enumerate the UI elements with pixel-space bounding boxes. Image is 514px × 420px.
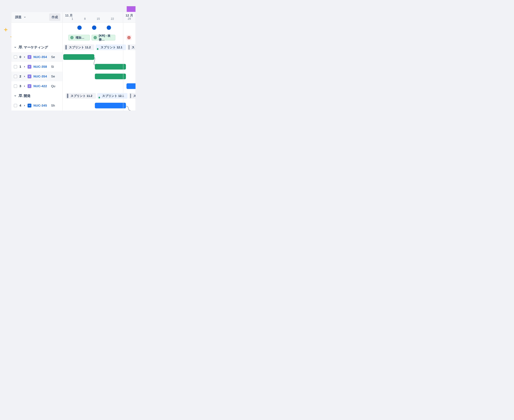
timeline-area[interactable]: 増加… [KR] - 改善… (63, 22, 136, 111)
sprint-indicator (128, 45, 129, 50)
milestone-dot[interactable] (107, 25, 111, 30)
goal-pill[interactable]: [KR] - 改善… (91, 35, 115, 40)
issue-key[interactable]: NUC-358 (33, 65, 47, 68)
issue-summary: Si (51, 65, 54, 68)
sprint-indicator (65, 45, 67, 50)
sprint-label: スプリント 11.2 (71, 94, 92, 98)
checkbox[interactable] (14, 75, 17, 78)
issue-row[interactable]: 1 NUC-358 Si (11, 62, 62, 72)
issue-summary: Se (51, 75, 55, 78)
issue-row[interactable]: 0 NUC-354 Se (11, 52, 62, 62)
goal-pill[interactable] (127, 35, 133, 40)
sprint-label: スプリント 12.1 (102, 94, 124, 98)
sprint-row: スプリント 11.2 スプリント 12.1 ス (63, 42, 136, 52)
group-header-marketing[interactable]: マーケティング (11, 42, 62, 52)
svg-point-6 (72, 37, 72, 38)
sprint-pill[interactable]: スプリント 12.1 (97, 93, 128, 99)
day-label: 8 (84, 17, 86, 20)
goal-pill[interactable]: 増加… (68, 35, 90, 40)
team-icon (18, 45, 23, 50)
issue-key[interactable]: NUC-354 (33, 75, 47, 78)
checkbox[interactable] (14, 65, 17, 68)
milestone-dot[interactable] (77, 25, 82, 30)
issue-summary: Se (51, 55, 55, 59)
goals-row: 増加… [KR] - 改善… (63, 33, 136, 42)
epic-icon (28, 55, 31, 59)
row-index: 0 (19, 55, 22, 59)
issue-key[interactable]: NUC-354 (33, 55, 47, 59)
group-header-dev[interactable]: 開発 (11, 91, 62, 101)
sprint-indicator (97, 45, 98, 50)
checkbox[interactable] (14, 84, 17, 88)
month-label: 12 月 (126, 13, 133, 18)
chevron-down-icon (13, 95, 17, 97)
sprint-pill[interactable]: スプリント 11.2 (64, 45, 94, 50)
issue-key[interactable]: NUC-345 (33, 104, 47, 107)
sprint-pill[interactable]: ス (129, 93, 136, 99)
issue-row[interactable]: 3 NUC-422 Qu (11, 81, 62, 91)
target-icon (127, 35, 131, 40)
day-label: 15 (97, 17, 100, 20)
sprint-row: スプリント 11.2 スプリント 12.1 ス (63, 91, 136, 101)
target-icon (93, 35, 98, 40)
checkbox[interactable] (14, 55, 17, 59)
milestone-dot[interactable] (92, 25, 96, 30)
svg-point-12 (129, 37, 129, 38)
sprint-pill[interactable]: ス (127, 45, 136, 50)
view-dropdown-label: 課題 (15, 15, 22, 19)
issue-row[interactable]: 4 NUC-345 Sh (11, 101, 62, 110)
checkbox[interactable] (14, 104, 17, 107)
sprint-indicator (67, 94, 68, 98)
svg-point-3 (21, 94, 22, 95)
epic-icon (28, 75, 31, 78)
milestone-row (63, 22, 136, 33)
row-index: 4 (19, 104, 22, 107)
epic-icon (28, 84, 31, 88)
chevron-down-icon (13, 46, 17, 49)
sprint-label: ス (132, 45, 135, 49)
svg-point-1 (21, 46, 22, 47)
chevron-right-icon[interactable] (23, 75, 25, 77)
month-block-dec: 12 月 29 (123, 12, 136, 22)
sprint-label: ス (133, 94, 136, 98)
panel-header: 課題 作成 11 月 1 8 15 22 (11, 12, 136, 22)
issue-summary: Qu (51, 84, 55, 88)
timeline-bar[interactable] (95, 74, 126, 79)
chevron-right-icon[interactable] (23, 105, 25, 106)
group-title: 開発 (24, 94, 30, 98)
month-block-nov: 11 月 1 8 15 22 (63, 12, 123, 22)
chevron-right-icon[interactable] (23, 85, 25, 87)
view-dropdown[interactable]: 課題 (13, 14, 28, 21)
day-label: 22 (111, 17, 114, 20)
issue-row[interactable]: 2 NUC-354 Se (11, 72, 62, 81)
svg-point-2 (19, 94, 20, 95)
team-icon (18, 93, 23, 98)
issue-summary: Sh (51, 104, 55, 107)
banner-accent (127, 6, 136, 12)
issue-key[interactable]: NUC-422 (33, 84, 47, 88)
month-divider (123, 22, 123, 111)
sprint-pill[interactable]: スプリント 11.2 (66, 93, 96, 99)
sprint-pill[interactable]: スプリント 12.1 (96, 45, 126, 50)
row-index: 2 (19, 75, 22, 78)
sprint-label: スプリント 11.2 (69, 45, 91, 49)
timeline-bar[interactable] (63, 54, 94, 60)
month-label: 11 月 (65, 13, 73, 18)
create-button[interactable]: 作成 (49, 14, 60, 21)
sprint-indicator (130, 94, 131, 98)
day-label: 29 (128, 17, 131, 20)
chevron-right-icon[interactable] (23, 56, 25, 58)
header-left: 課題 作成 (11, 12, 63, 22)
sprint-label: スプリント 12.1 (101, 45, 122, 49)
goal-label: 増加… (76, 36, 84, 40)
day-label: 1 (72, 17, 73, 20)
sprint-indicator (98, 93, 100, 98)
header-timeline: 11 月 1 8 15 22 12 月 29 (63, 12, 136, 22)
timeline-panel: 課題 作成 11 月 1 8 15 22 (11, 12, 136, 111)
timeline-bar[interactable] (95, 64, 126, 69)
timeline-bar[interactable] (95, 103, 126, 108)
epic-icon (28, 65, 31, 69)
timeline-bar[interactable] (127, 83, 136, 89)
issue-list: マーケティング 0 NUC-354 Se 1 NUC-358 (11, 22, 63, 111)
chevron-right-icon[interactable] (23, 66, 25, 68)
